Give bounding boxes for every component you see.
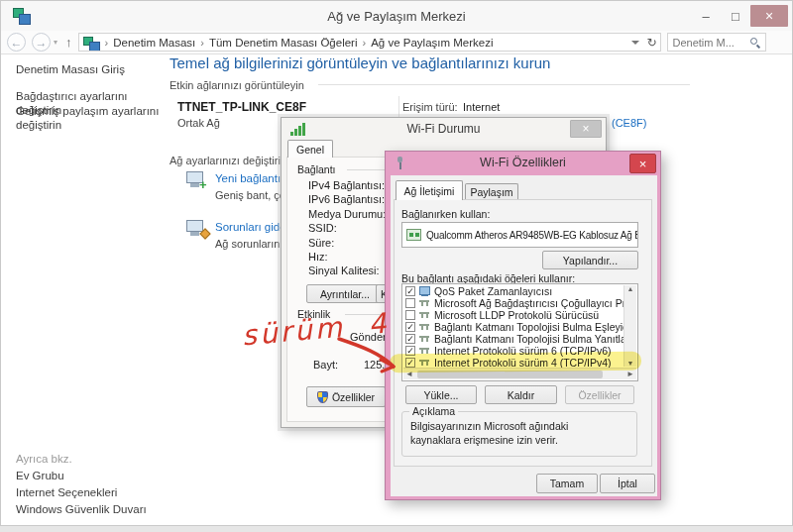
bytes-label: Bayt:	[313, 359, 338, 371]
checked-checkbox[interactable]: ✓	[405, 286, 415, 296]
status-field-label: Medya Durumu:	[308, 208, 386, 222]
protocol-label: Bağlantı Katmanı Topolojisi Bulma Yanıtl…	[434, 333, 625, 345]
bytes-value: 125.	[364, 359, 385, 371]
configure-button[interactable]: Yapılandır...	[542, 251, 638, 269]
refresh-icon[interactable]: ↻	[646, 36, 656, 50]
screen: Ağ ve Paylaşım Merkezi – □ × ← → ▾ ↑ ›De…	[0, 0, 793, 532]
status-dialog-title: Wi-Fi Durumu	[282, 122, 606, 136]
troubleshoot-icon	[184, 220, 210, 239]
scroll-up-icon[interactable]: ▲	[624, 285, 636, 292]
status-properties-label: Özellikler	[332, 391, 375, 403]
protocol-list-item[interactable]: ✓QoS Paket Zamanlayıcısı	[403, 285, 625, 297]
description-group-label: Açıklama	[409, 405, 458, 417]
minimize-button[interactable]: –	[691, 5, 721, 27]
status-field-label: Hız:	[308, 251, 386, 265]
network-app-icon	[13, 8, 30, 24]
properties-dialog-body: Ağ İletişimi Paylaşım Bağlanırken kullan…	[391, 175, 657, 496]
protocol-list-item[interactable]: ✓Bağlantı Katmanı Topolojisi Bulma Eşley…	[403, 321, 625, 333]
search-icon	[750, 38, 757, 45]
connect-using-label: Bağlanırken kullan:	[401, 208, 490, 220]
protocol-icon	[418, 322, 431, 332]
network-type: Ortak Ağ	[177, 117, 220, 129]
unchecked-checkbox[interactable]	[405, 298, 415, 308]
close-button[interactable]: ×	[750, 5, 788, 27]
status-close-icon[interactable]: ×	[570, 120, 602, 138]
tab-general[interactable]: Genel	[287, 140, 333, 158]
window-title: Ağ ve Paylaşım Merkezi	[327, 9, 465, 24]
search-box[interactable]	[667, 33, 766, 52]
item-properties-button: Özellikler	[565, 385, 634, 404]
protocol-label: Microsoft Ağ Bağdaştırıcısı Çoğullayıcı …	[434, 297, 625, 309]
uac-shield-icon	[317, 391, 328, 403]
details-button[interactable]: Ayrıntılar...	[306, 284, 384, 303]
protocol-list-item[interactable]: ✓Bağlantı Katmanı Topolojisi Bulma Yanıt…	[403, 333, 625, 345]
back-icon[interactable]: ←	[7, 33, 26, 52]
properties-dialog-title: Wi-Fi Özellikleri	[386, 156, 660, 169]
change-settings-header: Ağ ayarlarınızı değiştirin	[170, 155, 286, 166]
history-dropdown-icon[interactable]: ▾	[54, 38, 57, 47]
status-field-label: Sinyal Kalitesi:	[308, 265, 386, 278]
search-input[interactable]	[668, 37, 745, 49]
unchecked-checkbox[interactable]	[405, 310, 415, 320]
active-networks-header: Etkin ağlarınızı görüntüleyin	[170, 79, 304, 91]
breadcrumb-separator-icon: ›	[360, 37, 370, 49]
connection-link[interactable]: (CE8F)	[612, 117, 646, 129]
protocol-list-item[interactable]: Microsoft Ağ Bağdaştırıcısı Çoğullayıcı …	[403, 297, 625, 309]
protocol-label: Bağlantı Katmanı Topolojisi Bulma Eşleyi…	[434, 321, 625, 333]
protocol-icon	[418, 298, 431, 308]
connection-group-label: Bağlantı	[297, 163, 336, 175]
network-adapter-icon	[406, 229, 421, 241]
column-divider	[398, 96, 399, 118]
tab-networking[interactable]: Ağ İletişimi	[396, 180, 463, 200]
maximize-button[interactable]: □	[721, 5, 750, 27]
sidebar-task-link[interactable]: Denetim Masası Giriş	[16, 62, 165, 76]
tab-sharing[interactable]: Paylaşım	[465, 183, 518, 200]
status-field-label: Süre:	[308, 237, 386, 251]
status-field-label: SSID:	[308, 222, 386, 236]
adapter-field[interactable]: Qualcomm Atheros AR9485WB-EG Kablosuz Ağ…	[401, 222, 638, 248]
access-type-value: Internet	[463, 101, 500, 113]
breadcrumb-separator-icon: ›	[102, 37, 112, 49]
uninstall-button[interactable]: Kaldır	[485, 385, 557, 404]
see-also-link[interactable]: Ev Grubu	[16, 470, 64, 481]
adapter-name: Qualcomm Atheros AR9485WB-EG Kablosuz Ağ…	[426, 230, 638, 241]
network-location-icon	[83, 36, 99, 50]
breadcrumb[interactable]: ›Denetim Masası›Tüm Denetim Masası Öğele…	[78, 33, 661, 52]
new-connection-icon: +	[184, 171, 210, 190]
highlighter-mark	[390, 352, 641, 373]
section-divider	[318, 84, 690, 85]
scroll-right-icon[interactable]: ►	[626, 370, 634, 378]
protocol-icon	[418, 310, 431, 320]
checked-checkbox[interactable]: ✓	[405, 334, 415, 344]
status-field-label: IPv6 Bağlantısı:	[308, 193, 386, 207]
install-button[interactable]: Yükle...	[405, 385, 477, 404]
see-also-header: Ayrıca bkz.	[16, 453, 72, 465]
breadcrumb-item[interactable]: Ağ ve Paylaşım Merkezi	[369, 37, 495, 49]
breadcrumb-item[interactable]: Denetim Masası	[111, 37, 197, 49]
protocol-label: QoS Paket Zamanlayıcısı	[434, 285, 552, 297]
protocol-list-item[interactable]: Microsoft LLDP Protokolü Sürücüsü	[403, 309, 625, 321]
see-also-link[interactable]: Internet Seçenekleri	[16, 486, 117, 498]
window-titlebar: Ağ ve Paylaşım Merkezi – □ ×	[1, 1, 792, 31]
forward-icon[interactable]: →	[32, 33, 51, 52]
properties-close-icon[interactable]: ×	[629, 154, 656, 173]
protocol-icon	[418, 334, 431, 344]
address-dropdown-icon[interactable]	[631, 41, 639, 45]
ok-button[interactable]: Tamam	[536, 474, 598, 493]
breadcrumb-separator-icon: ›	[197, 37, 207, 49]
cancel-button[interactable]: İptal	[600, 474, 655, 493]
see-also-link[interactable]: Windows Güvenlik Duvarı	[16, 503, 147, 515]
checked-checkbox[interactable]: ✓	[405, 322, 415, 332]
description-text: Bilgisayarınızın Microsoft ağındaki kayn…	[402, 412, 625, 447]
page-title: Temel ağ bilgilerinizi görüntüleyin ve b…	[170, 54, 550, 71]
address-bar: ← → ▾ ↑ ›Denetim Masası›Tüm Denetim Masa…	[1, 31, 792, 54]
status-field-label: IPv4 Bağlantısı:	[308, 179, 386, 193]
description-groupbox: Açıklama Bilgisayarınızın Microsoft ağın…	[401, 411, 637, 457]
up-icon[interactable]: ↑	[65, 35, 72, 50]
sidebar-task-link[interactable]: Gelişmiş paylaşım ayarlarını değiştirin	[16, 104, 165, 133]
status-properties-button[interactable]: Özellikler	[306, 386, 386, 407]
network-name: TTNET_TP-LINK_CE8F	[177, 100, 306, 114]
breadcrumb-item[interactable]: Tüm Denetim Masası Öğeleri	[207, 37, 360, 49]
access-type-label: Erişim türü:	[402, 101, 458, 113]
client-icon	[418, 286, 431, 296]
